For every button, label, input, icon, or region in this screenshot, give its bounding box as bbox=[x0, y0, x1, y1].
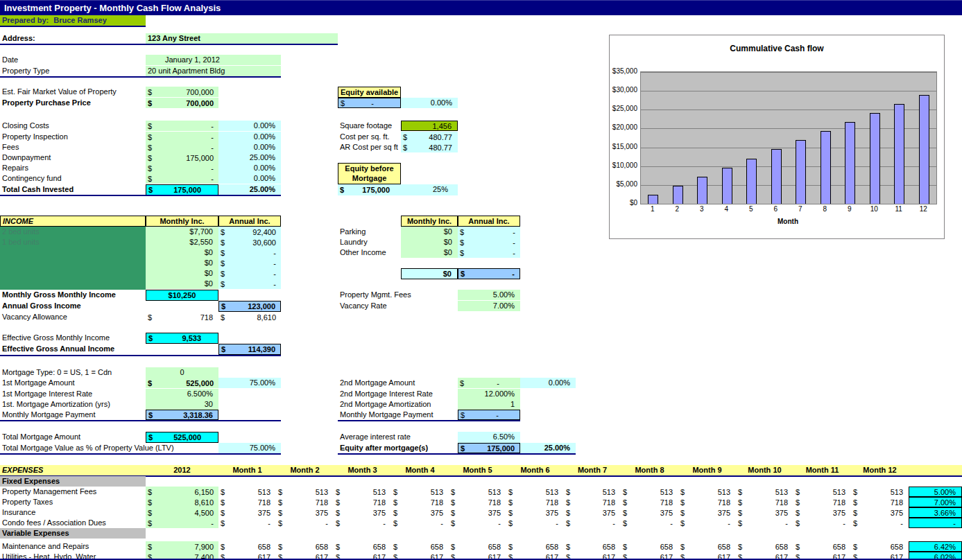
expense-pct-cell[interactable]: 6.42% bbox=[909, 541, 962, 552]
mortgage2-amount-pct-cell[interactable]: 0.00% bbox=[520, 378, 576, 388]
cash-invested-row-pct-cell[interactable]: 25.00% bbox=[218, 152, 281, 163]
expense-month-cell[interactable]: $718 bbox=[276, 497, 334, 507]
expense-month-cell[interactable]: $718 bbox=[736, 497, 793, 507]
expense-year-cell[interactable]: $- bbox=[146, 518, 218, 528]
effective-gross-annual-cell[interactable]: $114,390 bbox=[218, 344, 281, 355]
expense-pct-cell[interactable]: 7.00% bbox=[909, 497, 962, 507]
equity-before-pct-cell[interactable]: 25% bbox=[401, 184, 458, 195]
expense-month-cell[interactable]: $375 bbox=[736, 507, 793, 518]
expense-month-cell[interactable]: $658 bbox=[678, 541, 736, 552]
cash-invested-row-pct-cell[interactable]: 0.00% bbox=[218, 132, 281, 142]
expense-month-cell[interactable]: $375 bbox=[851, 507, 909, 518]
expense-month-cell[interactable]: $658 bbox=[736, 541, 793, 552]
date-value-cell[interactable]: January 1, 2012 bbox=[146, 55, 281, 65]
expense-month-cell[interactable]: $513 bbox=[793, 487, 851, 497]
expense-month-cell[interactable]: $- bbox=[391, 518, 449, 528]
expense-month-cell[interactable]: $513 bbox=[621, 487, 678, 497]
equity-available-pct-cell[interactable]: 0.00% bbox=[401, 98, 458, 108]
expense-month-cell[interactable]: $513 bbox=[506, 487, 564, 497]
income-unit-annual-cell[interactable]: $- bbox=[218, 279, 281, 289]
square-footage-cell[interactable]: 1,456 bbox=[401, 121, 458, 131]
mortgage1-amount-cell[interactable]: $525,000 bbox=[146, 378, 218, 388]
other-income-annual-cell[interactable]: $- bbox=[458, 237, 520, 247]
expense-year-cell[interactable]: $7,900 bbox=[146, 541, 218, 552]
expense-month-cell[interactable]: $375 bbox=[793, 507, 851, 518]
expense-month-cell[interactable]: $658 bbox=[449, 541, 506, 552]
expense-month-cell[interactable]: $658 bbox=[564, 541, 621, 552]
effective-gross-monthly-cell[interactable]: $9,533 bbox=[146, 333, 218, 344]
other-income-monthly-cell[interactable]: $0 bbox=[401, 227, 458, 237]
expense-month-cell[interactable]: $- bbox=[276, 518, 334, 528]
income-unit-monthly-cell[interactable]: $0 bbox=[146, 279, 218, 289]
cash-invested-row-pct-cell[interactable]: 0.00% bbox=[218, 173, 281, 184]
total-cash-invested-value-cell[interactable]: $175,000 bbox=[146, 184, 218, 195]
address-value-cell[interactable]: 123 Any Street bbox=[146, 33, 338, 44]
income-unit-monthly-cell[interactable]: $0 bbox=[146, 247, 218, 258]
mortgage2-amortization-cell[interactable]: 1 bbox=[458, 399, 520, 410]
cash-invested-row-value-cell[interactable]: $- bbox=[146, 142, 218, 152]
mortgage1-amortization-cell[interactable]: 30 bbox=[146, 399, 218, 410]
expense-month-cell[interactable]: $658 bbox=[851, 541, 909, 552]
expense-month-cell[interactable]: $718 bbox=[391, 497, 449, 507]
expense-month-cell[interactable]: $513 bbox=[564, 487, 621, 497]
expense-month-cell[interactable]: $- bbox=[334, 518, 391, 528]
expense-month-cell[interactable]: $513 bbox=[449, 487, 506, 497]
cash-invested-row-value-cell[interactable]: $- bbox=[146, 132, 218, 142]
expense-pct-cell[interactable]: 3.66% bbox=[909, 507, 962, 518]
expense-month-cell[interactable]: $718 bbox=[218, 497, 276, 507]
expense-year-cell[interactable]: $4,500 bbox=[146, 507, 218, 518]
vacancy-allowance-monthly-cell[interactable]: $718 bbox=[146, 312, 218, 322]
expense-month-cell[interactable]: $375 bbox=[276, 507, 334, 518]
equity-after-mortgage-pct-cell[interactable]: 25.00% bbox=[520, 443, 576, 453]
mortgage2-rate-cell[interactable]: 12.000% bbox=[458, 389, 520, 399]
expense-month-cell[interactable]: $658 bbox=[506, 541, 564, 552]
income-unit-annual-cell[interactable]: $- bbox=[218, 268, 281, 279]
expense-month-cell[interactable]: $513 bbox=[736, 487, 793, 497]
other-income-monthly-cell[interactable]: $0 bbox=[401, 237, 458, 247]
expense-month-cell[interactable]: $375 bbox=[218, 507, 276, 518]
cash-invested-row-pct-cell[interactable]: 0.00% bbox=[218, 142, 281, 152]
mortgage1-amount-pct-cell[interactable]: 75.00% bbox=[218, 378, 281, 388]
cash-invested-row-value-cell[interactable]: $- bbox=[146, 163, 218, 173]
expense-month-cell[interactable]: $- bbox=[506, 518, 564, 528]
expense-year-cell[interactable]: $8,610 bbox=[146, 497, 218, 507]
expense-month-cell[interactable]: $375 bbox=[678, 507, 736, 518]
total-cash-invested-pct-cell[interactable]: 25.00% bbox=[218, 184, 281, 195]
expense-month-cell[interactable]: $375 bbox=[506, 507, 564, 518]
ltv-pct-cell[interactable]: 75.00% bbox=[218, 443, 281, 453]
expense-month-cell[interactable]: $718 bbox=[678, 497, 736, 507]
other-income-annual-cell[interactable]: $- bbox=[458, 227, 520, 237]
equity-before-value-cell[interactable]: $175,000 bbox=[338, 184, 401, 195]
expense-month-cell[interactable]: $718 bbox=[334, 497, 391, 507]
expense-month-cell[interactable]: $- bbox=[793, 518, 851, 528]
expense-month-cell[interactable]: $658 bbox=[793, 541, 851, 552]
expense-month-cell[interactable]: $- bbox=[564, 518, 621, 528]
gross-monthly-income-cell[interactable]: $10,250 bbox=[146, 290, 218, 301]
expense-month-cell[interactable]: $658 bbox=[218, 541, 276, 552]
expense-month-cell[interactable]: $- bbox=[621, 518, 678, 528]
expense-month-cell[interactable]: $658 bbox=[391, 541, 449, 552]
expense-month-cell[interactable]: $- bbox=[449, 518, 506, 528]
pm-fees-cell[interactable]: 5.00% bbox=[458, 290, 520, 300]
expense-month-cell[interactable]: $718 bbox=[793, 497, 851, 507]
mortgage1-payment-cell[interactable]: $3,318.36 bbox=[146, 410, 218, 420]
equity-available-value-cell[interactable]: $- bbox=[338, 98, 401, 108]
property-type-value-cell[interactable]: 20 unit Apartment Bldg bbox=[146, 66, 281, 76]
income-unit-annual-cell[interactable]: $92,400 bbox=[218, 227, 281, 237]
cash-invested-row-value-cell[interactable]: $175,000 bbox=[146, 152, 218, 163]
expense-month-cell[interactable]: $- bbox=[218, 518, 276, 528]
expense-month-cell[interactable]: $718 bbox=[564, 497, 621, 507]
income-unit-monthly-cell[interactable]: $2,550 bbox=[146, 237, 218, 247]
expense-month-cell[interactable]: $- bbox=[851, 518, 909, 528]
equity-after-mortgage-cell[interactable]: $175,000 bbox=[458, 443, 520, 453]
cost-per-sqft-cell[interactable]: $480.77 bbox=[401, 132, 458, 142]
expense-month-cell[interactable]: $375 bbox=[334, 507, 391, 518]
expense-month-cell[interactable]: $513 bbox=[391, 487, 449, 497]
fmv-value-cell[interactable]: $700,000 bbox=[146, 87, 218, 97]
other-income-total-annual-cell[interactable]: $- bbox=[458, 268, 520, 279]
expense-month-cell[interactable]: $375 bbox=[621, 507, 678, 518]
expense-month-cell[interactable]: $375 bbox=[449, 507, 506, 518]
expense-month-cell[interactable]: $718 bbox=[506, 497, 564, 507]
avg-interest-rate-cell[interactable]: 6.50% bbox=[458, 432, 520, 443]
expense-pct-cell[interactable]: 5.00% bbox=[909, 487, 962, 497]
